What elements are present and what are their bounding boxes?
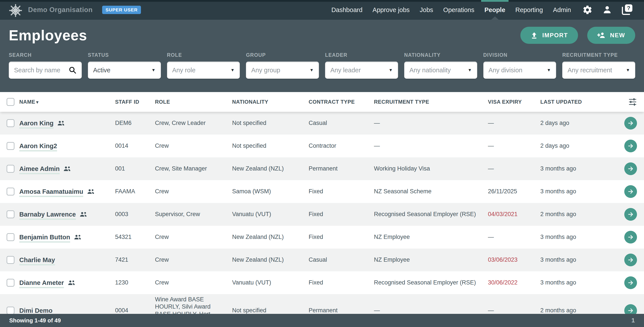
employee-name-link[interactable]: Aimee Admin <box>19 165 60 173</box>
open-employee-button[interactable] <box>624 185 637 198</box>
nationality-cell: New Zealand (NZL) <box>232 165 309 172</box>
last-updated-cell: 3 months ago <box>540 279 602 286</box>
staff-id-cell: 7421 <box>115 256 155 264</box>
employee-name-link[interactable]: Charlie May <box>19 256 55 264</box>
column-header-contract-type[interactable]: CONTRACT TYPE <box>309 99 374 105</box>
brand: Demo Organisation SUPER USER <box>9 2 141 17</box>
open-employee-button[interactable] <box>624 117 637 130</box>
open-employee-button[interactable] <box>624 231 637 244</box>
column-header-last-updated[interactable]: LAST UPDATED <box>540 99 602 105</box>
user-profile-icon[interactable] <box>599 2 616 18</box>
status-select[interactable]: Active▼ <box>88 62 161 79</box>
employee-name-link[interactable]: Barnaby Lawrence <box>19 210 76 218</box>
row-checkbox[interactable] <box>6 165 14 173</box>
chevron-down-icon: ▼ <box>230 68 234 72</box>
filter-label: DIVISION <box>483 52 556 58</box>
nav-item-reporting[interactable]: Reporting <box>510 0 548 20</box>
sort-desc-icon: ▼ <box>35 100 40 104</box>
search-input[interactable]: Search by name <box>9 62 82 79</box>
open-employee-button[interactable] <box>624 276 637 289</box>
nav-item-operations[interactable]: Operations <box>438 0 480 20</box>
arrow-right-icon <box>627 257 634 263</box>
settings-gear-icon[interactable] <box>579 2 596 18</box>
recruitment-type-cell: — <box>374 142 488 150</box>
contract-type-cell: Contractor <box>309 142 374 150</box>
row-checkbox[interactable] <box>6 279 14 287</box>
row-checkbox[interactable] <box>6 306 14 314</box>
table-row: Aaron KingDEM6Crew, Crew LeaderNot speci… <box>0 112 644 134</box>
pagination-footer: Showing 1-49 of 49 1 <box>0 314 644 327</box>
nav-item-admin[interactable]: Admin <box>548 0 576 20</box>
contract-type-cell: Fixed <box>309 210 374 218</box>
staff-id-cell: 0003 <box>115 210 155 218</box>
app-header: Demo Organisation SUPER USER DashboardAp… <box>0 0 644 20</box>
filter-role: ROLEAny role▼ <box>167 52 240 79</box>
nationality-cell: Not specified <box>232 307 309 314</box>
visa-expiry-cell: 03/06/2023 <box>488 256 540 264</box>
employee-name-link[interactable]: Dianne Ameter <box>19 279 64 287</box>
row-checkbox[interactable] <box>6 210 14 218</box>
employee-name-link[interactable]: Aaron King2 <box>19 142 57 150</box>
team-icon <box>68 280 76 286</box>
group-select[interactable]: Any group▼ <box>246 62 319 79</box>
role-select[interactable]: Any role▼ <box>167 62 240 79</box>
nationality-cell: Vanuatu (VUT) <box>232 279 309 286</box>
employee-name-link[interactable]: Aaron King <box>19 119 54 127</box>
column-header-recruitment-type[interactable]: RECRUITMENT TYPE <box>374 99 488 105</box>
nav-item-people[interactable]: People <box>480 0 510 20</box>
recruitment-type-select[interactable]: Any recruitment▼ <box>562 62 635 79</box>
employee-name-link[interactable]: Amosa Faamatuaimu <box>19 188 83 196</box>
column-header-visa-expiry[interactable]: VISA EXPIRY <box>488 99 540 105</box>
leader-select[interactable]: Any leader▼ <box>325 62 398 79</box>
filter-leader: LEADERAny leader▼ <box>325 52 398 79</box>
nav-item-jobs[interactable]: Jobs <box>415 0 438 20</box>
open-employee-button[interactable] <box>624 208 637 221</box>
select-all-checkbox[interactable] <box>6 98 14 106</box>
row-checkbox[interactable] <box>6 142 14 150</box>
import-button[interactable]: IMPORT <box>520 27 578 44</box>
row-checkbox[interactable] <box>6 119 14 127</box>
column-header-nationality[interactable]: NATIONALITY <box>232 99 309 105</box>
staff-id-cell: 0014 <box>115 142 155 150</box>
recruitment-type-cell: — <box>374 120 488 127</box>
filter-label: SEARCH <box>9 52 82 58</box>
help-docs-icon[interactable]: ? <box>618 2 635 18</box>
division-select[interactable]: Any division▼ <box>483 62 556 79</box>
nationality-cell: Vanuatu (VUT) <box>232 210 309 218</box>
arrow-right-icon <box>627 166 634 172</box>
column-settings-icon[interactable] <box>602 98 644 106</box>
contract-type-cell: Casual <box>309 256 374 264</box>
row-checkbox[interactable] <box>6 233 14 241</box>
last-updated-cell: 2 days ago <box>540 120 602 127</box>
arrow-right-icon <box>627 120 634 126</box>
row-checkbox[interactable] <box>6 188 14 196</box>
employee-name-link[interactable]: Dimi Demo <box>19 306 52 314</box>
recruitment-type-cell: — <box>374 307 488 314</box>
open-employee-button[interactable] <box>624 254 637 266</box>
role-cell: Supervisor, Crew <box>155 210 232 218</box>
row-checkbox[interactable] <box>6 256 14 264</box>
nationality-cell: New Zealand (NZL) <box>232 256 309 264</box>
column-header-role[interactable]: ROLE <box>155 99 232 105</box>
staff-id-cell: 0004 <box>115 307 155 314</box>
page-number[interactable]: 1 <box>631 317 635 324</box>
arrow-right-icon <box>627 188 634 195</box>
nationality-select[interactable]: Any nationality▼ <box>404 62 477 79</box>
employee-name-link[interactable]: Benjamin Button <box>19 233 70 241</box>
nav-item-dashboard[interactable]: Dashboard <box>326 0 368 20</box>
open-employee-button[interactable] <box>624 162 637 175</box>
column-header-name[interactable]: NAME▼ <box>19 99 115 105</box>
role-cell: Crew <box>155 279 232 286</box>
chevron-down-icon: ▼ <box>389 68 393 72</box>
selected-value: Active <box>93 67 149 74</box>
nav-item-approve-jobs[interactable]: Approve jobs <box>368 0 415 20</box>
nationality-cell: Samoa (WSM) <box>232 188 309 195</box>
column-header-staff-id[interactable]: STAFF ID <box>115 99 155 105</box>
arrow-right-icon <box>627 307 634 314</box>
filter-nationality: NATIONALITYAny nationality▼ <box>404 52 477 79</box>
open-employee-button[interactable] <box>624 140 637 152</box>
new-employee-button[interactable]: NEW <box>587 27 635 44</box>
chevron-down-icon: ▼ <box>468 68 472 72</box>
contract-type-cell: Permanent <box>309 165 374 172</box>
arrow-right-icon <box>627 234 634 240</box>
